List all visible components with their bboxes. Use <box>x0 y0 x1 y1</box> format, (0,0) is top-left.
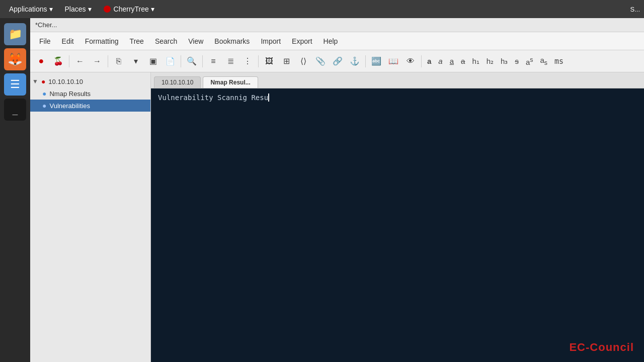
folder-icon: 📁 <box>9 28 22 41</box>
menu-bar: File Edit Formatting Tree Search View Bo… <box>30 32 644 50</box>
applications-label: Applications <box>9 5 47 13</box>
tree-root-label: 10.10.10.10 <box>48 78 83 85</box>
tree-root-item[interactable]: ▼ ● 10.10.10.10 <box>30 75 150 87</box>
title-bar: *Cher... <box>30 18 644 32</box>
places-arrow: ▾ <box>88 5 92 13</box>
toolbar-copy-btn[interactable]: ⎘ <box>111 53 127 69</box>
root-node-icon: ● <box>41 77 45 85</box>
cherrytree-menu[interactable]: CherryTree ▾ <box>99 3 159 15</box>
tree-toggle-root: ▼ <box>32 78 38 85</box>
bold-icon: a <box>427 57 431 65</box>
editor-area[interactable]: Vulnerability Scannig Resu EC-Council <box>151 88 644 362</box>
toolbar: ● 🍒 ← → ⎘ ▾ ▣ 📄 🔍 ≡ <box>30 50 644 72</box>
taskbar-notes[interactable]: ☰ <box>4 73 26 96</box>
toolbar-list3-btn[interactable]: ⋮ <box>239 53 256 69</box>
toolbar-find-btn[interactable]: 👁 <box>403 53 419 69</box>
toolbar-sub-btn[interactable]: as <box>537 55 551 67</box>
toolbar-attach-btn[interactable]: 📎 <box>312 53 329 69</box>
editor-line-1: Vulnerability Scannig Resu <box>158 94 637 102</box>
toolbar-back-btn[interactable]: ← <box>72 53 88 69</box>
toolbar-select-btn[interactable]: ▣ <box>145 53 161 69</box>
app-window: *Cher... File Edit Formatting Tree Searc… <box>30 18 644 362</box>
spell-icon: 🔤 <box>371 56 381 66</box>
system-bar-left: Applications ▾ Places ▾ CherryTree ▾ <box>4 3 159 15</box>
tab-nmap[interactable]: Nmap Resul... <box>203 76 258 88</box>
strike-icon: a <box>461 57 465 65</box>
toolbar-code-btn[interactable]: ⟨⟩ <box>295 53 311 69</box>
menu-import[interactable]: Import <box>256 35 286 47</box>
menu-edit[interactable]: Edit <box>57 35 79 47</box>
taskbar-terminal[interactable]: _ <box>4 99 26 121</box>
h3-icon: h₃ <box>501 57 508 65</box>
menu-tree[interactable]: Tree <box>125 35 149 47</box>
menu-file[interactable]: File <box>34 35 56 47</box>
tree-vuln-item[interactable]: ● Vulnerabilities <box>30 100 150 112</box>
toolbar-anchor-btn[interactable]: ⚓ <box>347 53 363 69</box>
toolbar-add-child-btn[interactable]: 🍒 <box>50 53 66 69</box>
taskbar-folder[interactable]: 📁 <box>4 23 26 45</box>
zoom-icon: 🔍 <box>187 56 197 66</box>
toolbar-small-btn[interactable]: s <box>512 56 522 66</box>
window-title: *Cher... <box>35 21 57 29</box>
toolbar-more-btn[interactable]: ▾ <box>128 53 144 69</box>
table-icon: ⊞ <box>283 56 290 66</box>
toolbar-spell-btn[interactable]: 🔤 <box>368 53 384 69</box>
find-icon: 👁 <box>407 57 415 66</box>
vuln-node-icon: ● <box>42 102 46 110</box>
menu-view[interactable]: View <box>183 35 208 47</box>
toolbar-italic-btn[interactable]: a <box>435 56 445 66</box>
forward-icon: → <box>93 57 101 66</box>
tab-root[interactable]: 10.10.10.10 <box>154 76 201 88</box>
editor-content: Vulnerability Scannig Resu <box>158 94 268 102</box>
back-icon: ← <box>76 57 84 66</box>
toolbar-forward-btn[interactable]: → <box>89 53 105 69</box>
select-icon: ▣ <box>149 56 157 66</box>
taskbar: 📁 🦊 ☰ _ <box>0 18 30 362</box>
firefox-icon: 🦊 <box>8 52 23 66</box>
toolbar-node-btn[interactable]: ● <box>33 53 49 69</box>
toolbar-spellb-btn[interactable]: 📖 <box>385 53 401 69</box>
toolbar-link-btn[interactable]: 🔗 <box>330 53 346 69</box>
h2-icon: h₂ <box>487 57 494 65</box>
toolbar-img-btn[interactable]: 🖼 <box>261 53 277 69</box>
anchor-icon: ⚓ <box>350 56 360 66</box>
tab-bar: 10.10.10.10 Nmap Resul... <box>151 72 644 88</box>
applications-menu[interactable]: Applications ▾ <box>4 3 58 15</box>
taskbar-firefox[interactable]: 🦊 <box>4 48 26 70</box>
toolbar-sep-1 <box>69 55 69 67</box>
list3-icon: ⋮ <box>244 56 252 66</box>
menu-bookmarks[interactable]: Bookmarks <box>209 35 255 47</box>
toolbar-table-btn[interactable]: ⊞ <box>278 53 294 69</box>
menu-formatting[interactable]: Formatting <box>80 35 124 47</box>
toolbar-strike-btn[interactable]: a <box>458 56 468 66</box>
notes-icon: ☰ <box>10 78 20 91</box>
toolbar-mono-btn[interactable]: ms <box>551 56 567 67</box>
toolbar-h1-btn[interactable]: h₁ <box>469 56 482 67</box>
toolbar-pdf-btn[interactable]: 📄 <box>162 53 178 69</box>
nmap-node-icon: ● <box>42 89 46 98</box>
toolbar-h3-btn[interactable]: h₃ <box>498 56 511 67</box>
menu-help[interactable]: Help <box>318 35 343 47</box>
text-cursor <box>268 94 269 102</box>
cherrytree-arrow: ▾ <box>151 5 154 13</box>
toolbar-list1-btn[interactable]: ≡ <box>205 53 221 69</box>
toolbar-underline-btn[interactable]: a <box>447 56 457 66</box>
tree-nmap-item[interactable]: ● Nmap Results <box>30 87 150 100</box>
menu-export[interactable]: Export <box>287 35 317 47</box>
dropdown-icon: ▾ <box>134 56 138 66</box>
menu-search[interactable]: Search <box>150 35 182 47</box>
attach-icon: 📎 <box>315 56 326 66</box>
toolbar-list2-btn[interactable]: ≣ <box>222 53 238 69</box>
watermark: EC-Council <box>569 341 634 354</box>
toolbar-h2-btn[interactable]: h₂ <box>484 56 497 67</box>
italic-icon: a <box>438 57 442 65</box>
list2-icon: ≣ <box>227 56 234 66</box>
underline-icon: a <box>450 57 454 65</box>
cherrytree-label: CherryTree <box>114 5 149 13</box>
places-menu[interactable]: Places ▾ <box>60 3 97 15</box>
node-icon: ● <box>39 56 44 66</box>
toolbar-sup-btn[interactable]: as <box>523 55 536 67</box>
toolbar-bold-btn[interactable]: a <box>424 56 434 66</box>
sub-icon: as <box>540 56 548 64</box>
toolbar-zoom-btn[interactable]: 🔍 <box>184 53 200 69</box>
